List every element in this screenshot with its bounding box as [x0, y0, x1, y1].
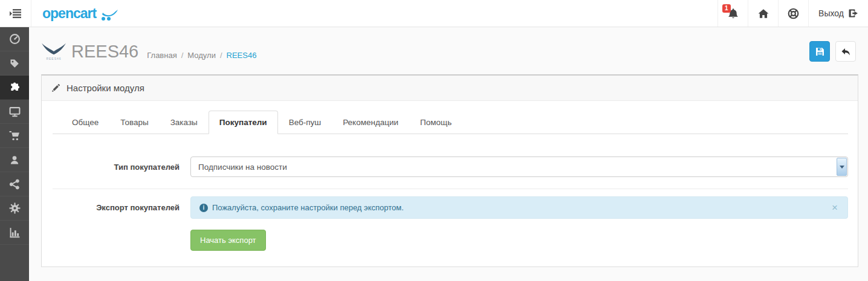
sidebar-item-dashboard[interactable]: [0, 27, 29, 51]
sidebar-item-reports[interactable]: [0, 221, 29, 245]
export-customers-label: Экспорт покупателей: [53, 203, 190, 212]
page-header: REES46 REES46 Главная / Модули / REES46: [29, 27, 868, 73]
breadcrumb-home[interactable]: Главная: [147, 51, 177, 60]
sidebar-item-extensions[interactable]: [0, 76, 29, 100]
sidebar-item-customers[interactable]: [0, 148, 29, 172]
alert-text: Пожалуйста, сохраните настройки перед эк…: [212, 203, 404, 212]
form-separator: [53, 189, 848, 189]
breadcrumb-current[interactable]: REES46: [227, 51, 257, 60]
opencart-logo-text: opencart: [42, 5, 96, 22]
main-content: REES46 REES46 Главная / Модули / REES46: [29, 27, 868, 281]
module-settings-panel: Настройки модуля Общее Товары Заказы Пок…: [41, 74, 858, 267]
bar-chart-icon: [9, 227, 21, 238]
save-settings-alert: i Пожалуйста, сохраните настройки перед …: [190, 196, 848, 219]
dashboard-gauge-icon: [9, 33, 21, 45]
life-ring-icon: [788, 8, 799, 19]
select-dropdown-arrow-icon[interactable]: [837, 158, 847, 176]
tag-icon: [9, 58, 20, 69]
export-customers-row: Экспорт покупателей i Пожалуйста, сохран…: [53, 196, 848, 219]
tab-help[interactable]: Помощь: [409, 111, 462, 134]
panel-heading: Настройки модуля: [42, 76, 858, 101]
breadcrumb-separator: /: [220, 51, 222, 60]
back-arrow-icon: [841, 47, 850, 56]
export-button-row: Начать экспорт: [53, 230, 848, 251]
support-button[interactable]: [778, 0, 808, 27]
sidebar-item-marketing[interactable]: [0, 172, 29, 196]
tab-recommendations[interactable]: Рекомендации: [332, 111, 409, 134]
tab-webpush[interactable]: Веб-пуш: [278, 111, 332, 134]
settings-tabs: Общее Товары Заказы Покупатели Веб-пуш Р…: [53, 111, 848, 134]
pencil-icon: [51, 84, 60, 92]
sidebar-item-catalog[interactable]: [0, 51, 29, 76]
gear-icon: [9, 202, 21, 214]
panel-body: Общее Товары Заказы Покупатели Веб-пуш Р…: [42, 101, 858, 266]
save-floppy-icon: [815, 47, 824, 56]
tab-customers[interactable]: Покупатели: [209, 111, 278, 134]
rees46-logo-caption: REES46: [46, 57, 61, 60]
start-export-button[interactable]: Начать экспорт: [190, 230, 266, 251]
navbar-right-group: 1: [717, 0, 868, 27]
indent-icon: [10, 9, 21, 18]
left-sidebar: [0, 27, 29, 281]
tab-products[interactable]: Товары: [109, 111, 159, 134]
user-icon: [9, 155, 20, 166]
breadcrumb: Главная / Модули / REES46: [147, 51, 256, 60]
opencart-admin-window: opencart 1: [0, 0, 868, 281]
alert-close-icon[interactable]: ×: [831, 204, 839, 212]
sidebar-item-sales[interactable]: [0, 124, 29, 148]
tab-orders[interactable]: Заказы: [160, 111, 209, 134]
monitor-icon: [9, 106, 21, 117]
breadcrumb-modules[interactable]: Модули: [187, 51, 216, 60]
notification-count-badge: 1: [722, 4, 731, 13]
sidebar-item-design[interactable]: [0, 100, 29, 124]
puzzle-icon: [9, 82, 21, 93]
logout-button[interactable]: Выход: [808, 0, 868, 27]
sidebar-item-system[interactable]: [0, 196, 29, 221]
page-title: REES46: [71, 42, 138, 62]
info-icon: i: [199, 204, 208, 212]
top-navbar: opencart 1: [0, 0, 868, 27]
header-actions: [809, 41, 856, 62]
save-button[interactable]: [809, 41, 830, 62]
rees46-logo: REES46: [41, 42, 66, 60]
customer-type-selected-value: Подписчики на новости: [198, 163, 287, 172]
sign-out-icon: [848, 8, 858, 18]
panel-title: Настройки модуля: [66, 83, 144, 93]
home-button[interactable]: [748, 0, 778, 27]
cart-icon: [9, 131, 20, 141]
home-icon: [758, 8, 769, 19]
customer-type-label: Тип покупателей: [53, 163, 190, 172]
sidebar-toggle-button[interactable]: [0, 0, 31, 27]
opencart-cart-icon: [99, 9, 118, 21]
notifications-button[interactable]: 1: [717, 0, 748, 27]
breadcrumb-separator: /: [181, 51, 184, 60]
share-icon: [9, 179, 20, 190]
back-button[interactable]: [835, 41, 856, 62]
opencart-logo[interactable]: opencart: [31, 0, 118, 27]
tab-general[interactable]: Общее: [61, 111, 109, 134]
customer-type-select[interactable]: Подписчики на новости: [190, 157, 848, 177]
logout-label: Выход: [818, 8, 844, 18]
customer-type-row: Тип покупателей Подписчики на новости: [53, 157, 848, 177]
